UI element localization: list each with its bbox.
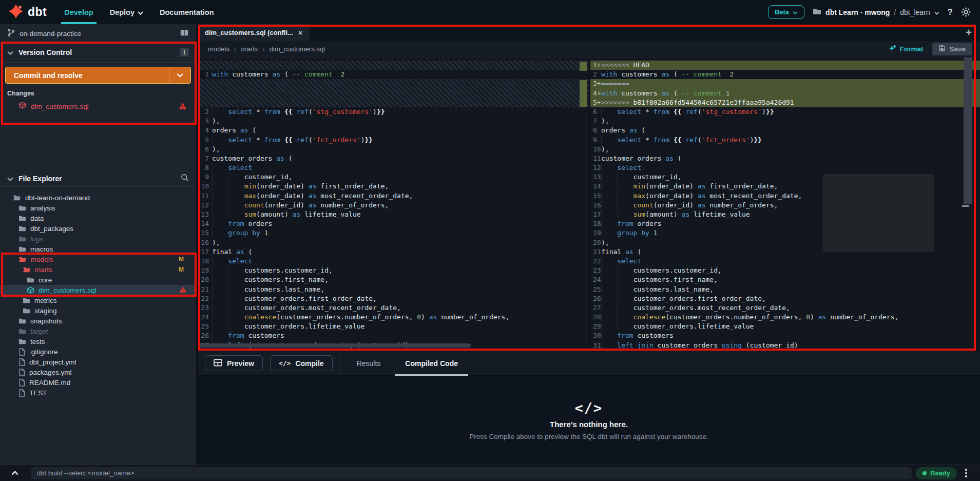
tree-item-dim-customers-sql[interactable]: dim_customers.sql	[0, 285, 196, 295]
tree-item-dbt-project-yml[interactable]: dbt_project.yml	[0, 357, 196, 367]
code-line[interactable]: 5 select * from {{ ref('fct_orders')}}	[198, 136, 589, 145]
docs-book-icon[interactable]	[180, 29, 189, 39]
code-line[interactable]: 8 select	[198, 163, 589, 172]
tree-item-readme-md[interactable]: README.md	[0, 377, 196, 388]
code-line[interactable]: 18 select	[198, 257, 589, 266]
code-line[interactable]: 31 left join customer_orders using (cust…	[590, 341, 980, 350]
menu-documentation[interactable]: Documentation	[151, 0, 222, 24]
code-line[interactable]: 20 customers.first_name,	[198, 275, 589, 284]
vertical-scrollbar[interactable]	[964, 57, 972, 204]
code-line[interactable]: 3+=======	[590, 79, 980, 88]
code-line[interactable]: 26 from customers	[198, 331, 589, 340]
tree-item-logs[interactable]: logs	[0, 234, 196, 244]
commit-and-resolve-button[interactable]: Commit and resolve	[5, 67, 191, 84]
code-line[interactable]: 9 select * from {{ ref('fct_orders')}}	[590, 136, 980, 145]
commit-options-chevron-icon[interactable]	[169, 67, 190, 83]
code-line[interactable]: 3),	[198, 117, 589, 126]
code-line[interactable]: 7),	[590, 117, 980, 126]
code-line[interactable]: 22 select	[590, 257, 980, 266]
breadcrumb-marts[interactable]: marts	[241, 45, 258, 53]
code-line[interactable]: 2 select * from {{ ref('stg_customers')}…	[198, 107, 589, 117]
preview-button[interactable]: Preview	[205, 355, 263, 371]
settings-gear-icon[interactable]	[961, 7, 971, 17]
code-line[interactable]: 15 group by 1	[198, 228, 589, 238]
tree-item-metrics[interactable]: metrics	[0, 295, 196, 305]
tree-item-tests[interactable]: tests	[0, 336, 196, 347]
code-line[interactable]: 28 coalesce(customer_orders.number_of_or…	[590, 313, 980, 322]
code-line[interactable]: 17final as (	[198, 247, 589, 257]
horizontal-scrollbar[interactable]	[199, 343, 471, 348]
tree-item-snapshots[interactable]: snapshots	[0, 316, 196, 326]
format-button[interactable]: Format	[888, 44, 924, 54]
code-line[interactable]: 5+>>>>>>> b81f802a66fd544504c65721e3ffaa…	[590, 98, 980, 107]
code-line[interactable]: 30 from customers	[590, 331, 980, 340]
code-line[interactable]: 23 customers.customer_id,	[590, 266, 980, 275]
code-line[interactable]: 10 min(order_date) as first_order_date,	[198, 182, 589, 191]
help-icon[interactable]: ?	[948, 7, 953, 17]
tree-item-target[interactable]: target	[0, 326, 196, 336]
tree-item-core[interactable]: core	[0, 275, 196, 285]
tree-item-models[interactable]: modelsM	[0, 254, 196, 264]
code-line[interactable]: 12 select	[590, 163, 980, 172]
breadcrumb-file[interactable]: dim_customers.sql	[270, 45, 325, 53]
code-line[interactable]: 6),	[198, 145, 589, 154]
tree-item-test[interactable]: TEST	[0, 388, 196, 398]
tree-item--gitignore[interactable]: .gitignore	[0, 347, 196, 357]
code-line[interactable]: 23 customer_orders.most_recent_order_dat…	[198, 303, 589, 313]
code-line[interactable]: 6 select * from {{ ref('stg_customers')}…	[590, 107, 980, 117]
tree-item-dbt-packages[interactable]: dbt_packages	[0, 223, 196, 234]
beta-dropdown[interactable]: Beta	[768, 5, 804, 19]
code-line[interactable]: 2with customers as ( -- comment 2	[590, 70, 980, 79]
breadcrumb-models[interactable]: models	[208, 45, 229, 53]
tree-item-marts[interactable]: martsM	[0, 264, 196, 275]
file-explorer-header[interactable]: File Explorer	[0, 172, 196, 185]
code-line[interactable]: 24 customers.first_name,	[590, 275, 980, 284]
chevron-up-icon[interactable]	[0, 471, 31, 475]
code-line[interactable]: 1+<<<<<<< HEAD	[590, 61, 980, 70]
tab-close-icon[interactable]: ×	[298, 29, 302, 37]
code-line[interactable]: 22 customer_orders.first_order_date,	[198, 294, 589, 303]
tree-item-staging[interactable]: staging	[0, 305, 196, 316]
tab-dim-customers[interactable]: dim_customers.sql (confli... ×	[198, 24, 310, 41]
tree-item-macros[interactable]: macros	[0, 244, 196, 254]
code-line[interactable]: 19 customers.customer_id,	[198, 266, 589, 275]
code-line[interactable]: 8orders as (	[590, 126, 980, 135]
save-button[interactable]: Save	[932, 43, 972, 55]
menu-deploy[interactable]: Deploy	[102, 0, 151, 24]
code-line[interactable]: 10),	[590, 145, 980, 154]
dbt-logo[interactable]: dbt	[0, 4, 56, 21]
code-line[interactable]: 25 customers.last_name,	[590, 285, 980, 294]
tab-results[interactable]: Results	[349, 351, 389, 376]
version-control-header[interactable]: Version Control 1	[0, 46, 196, 59]
code-line[interactable]: 11customer_orders as (	[590, 154, 980, 163]
code-line[interactable]: 7customer_orders as (	[198, 154, 589, 163]
code-line[interactable]: 29 customer_orders.lifetime_value	[590, 322, 980, 331]
code-line[interactable]: 11 max(order_date) as most_recent_order_…	[198, 191, 589, 201]
tree-item-packages-yml[interactable]: packages.yml	[0, 367, 196, 377]
menu-develop[interactable]: Develop	[56, 0, 101, 24]
code-line[interactable]: 4orders as (	[198, 126, 589, 135]
tab-compiled-code[interactable]: Compiled Code	[397, 351, 466, 376]
search-icon[interactable]	[181, 174, 189, 184]
editor-pane-local[interactable]: 1with customers as ( -- comment 22 selec…	[198, 57, 589, 351]
account-context[interactable]: dbt Learn - mwong / dbt_learn	[813, 8, 939, 17]
tree-item-data[interactable]: data	[0, 213, 196, 223]
code-line[interactable]: 27 customer_orders.most_recent_order_dat…	[590, 303, 980, 313]
code-line[interactable]: 9 customer_id,	[198, 172, 589, 182]
code-line[interactable]: 25 customer_orders.lifetime_value	[198, 322, 589, 331]
code-line[interactable]: 14 from orders	[198, 219, 589, 228]
new-tab-icon[interactable]: +	[957, 27, 980, 39]
code-line[interactable]: 24 coalesce(customer_orders.number_of_or…	[198, 313, 589, 322]
changed-file-row[interactable]: dim_customers.sql	[0, 101, 196, 112]
code-line[interactable]: 26 customer_orders.first_order_date,	[590, 294, 980, 303]
code-line[interactable]: 16),	[198, 238, 589, 247]
code-line[interactable]: 12 count(order_id) as number_of_orders,	[198, 201, 589, 210]
compile-button[interactable]: </> Compile	[270, 355, 333, 371]
code-line[interactable]: 21 customers.last_name,	[198, 285, 589, 294]
tree-item-analysis[interactable]: analysis	[0, 203, 196, 213]
command-input[interactable]	[31, 467, 912, 479]
code-line[interactable]: 1with customers as ( -- comment 2	[198, 70, 589, 79]
code-line[interactable]: 4+with customers as ( -- comment 1	[590, 89, 980, 98]
tree-item-dbt-learn-on-demand[interactable]: dbt-learn-on-demand	[0, 193, 196, 203]
kebab-menu-icon[interactable]	[962, 467, 970, 479]
